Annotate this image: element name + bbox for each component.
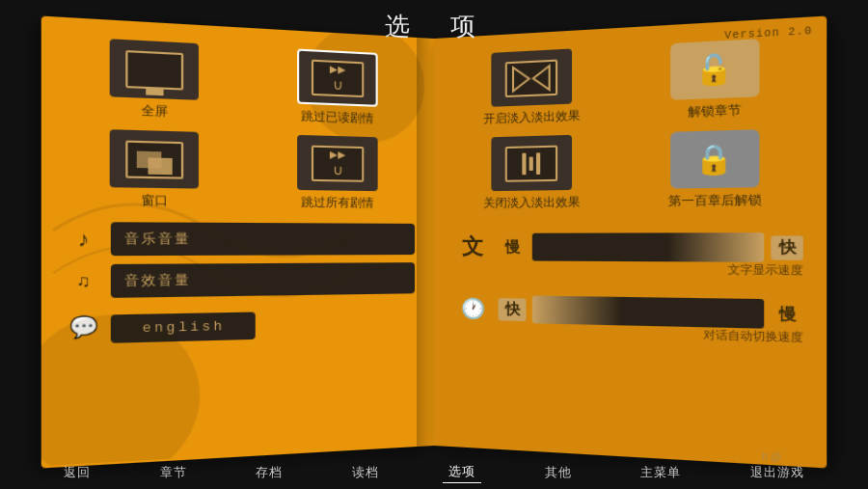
unlock-locked-label: 第一百章后解锁 [667,192,761,210]
option-fade-out[interactable]: 关闭淡入淡出效果 [453,134,611,212]
skip-all-label: 跳过所有剧情 [301,194,373,211]
sfx-icon: ♫ [65,264,101,299]
skip-read-label: 跳过已读剧情 [301,108,373,127]
right-options-grid: 开启淡入淡出效果 🔓 解锁章节 关闭淡入淡出效果 [453,37,803,212]
speed-section: 文 慢 快 文字显示速度 🕐 快 慢 对话自动切换速度 [453,226,803,345]
bottom-nav: 返回 章节 存档 读档 选项 其他 主菜单 退出游戏 [0,461,868,483]
fullscreen-label: 全屏 [141,102,168,121]
fullscreen-icon-box[interactable] [109,39,198,100]
option-unlock-locked: 🔒 第一百章后解锁 [629,128,803,210]
window-label: 窗口 [141,192,168,210]
window-icon [125,140,183,178]
unlock-icon: 🔓 [694,52,733,88]
text-speed-slow-label: 慢 [499,237,527,256]
music-label: 音乐音量 [124,230,191,249]
nav-save[interactable]: 存档 [250,462,288,483]
fade-out-icon-box[interactable] [491,135,572,191]
skip-all-curve: ∪ [333,162,342,178]
bowtie-icon [504,59,556,96]
dialog-speed-icon: 🕐 [453,288,492,328]
unlock-chapter-box[interactable]: 🔓 [670,39,759,100]
text-speed-icon: 文 [453,228,492,267]
text-speed-desc: 文字显示速度 [453,260,803,278]
fold-shadow [417,38,434,447]
dialog-speed-fast-label: 快 [499,298,527,321]
nav-other[interactable]: 其他 [539,462,578,483]
fade-out-label: 关闭淡入淡出效果 [483,194,580,212]
nav-chapter[interactable]: 章节 [154,462,193,483]
text-speed-fast-label: 快 [771,235,803,259]
nav-load[interactable]: 读档 [346,462,385,483]
fade-in-label: 开启淡入淡出效果 [483,107,580,127]
monitor-icon [125,49,183,90]
skip-all-arrow: ▶▶ [329,149,345,160]
page-title: 选 项 [0,10,868,43]
skip-read-icon-box[interactable]: ▶▶ ∪ [297,48,378,106]
sfx-slider[interactable]: 音效音量 [111,262,415,298]
option-unlock-chapter[interactable]: 🔓 解锁章节 [629,37,803,123]
window-icon-box[interactable] [109,129,198,188]
skip-arrow-icon: ▶▶ [329,64,345,74]
text-speed-slider[interactable] [532,232,764,262]
left-options-grid: 全屏 ▶▶ ∪ 跳过已读剧情 窗口 [65,37,415,212]
sfx-slider-row: ♫ 音效音量 [65,262,415,298]
skip-all-icon-box[interactable]: ▶▶ ∪ [297,135,378,191]
fade-out-icon [504,145,556,181]
nav-main-menu[interactable]: 主菜单 [635,462,687,483]
option-skip-read[interactable]: ▶▶ ∪ 跳过已读剧情 [257,46,415,128]
music-icon: ♪ [65,222,101,256]
language-icon: 💬 [65,309,101,343]
option-fullscreen[interactable]: 全屏 [65,37,239,123]
unlock-chapter-label: 解锁章节 [688,101,741,121]
dialog-icon-char: 🕐 [460,296,484,320]
dialog-speed-section: 🕐 快 慢 对话自动切换速度 [453,288,803,345]
fade-bar-3 [535,152,539,175]
right-page: Version 2.0 开启淡入淡出效果 🔓 [434,16,827,469]
skip-curve-icon: ∪ [333,76,342,93]
sfx-label: 音效音量 [124,271,191,290]
fade-bar-2 [529,156,532,170]
dialog-speed-slider[interactable] [532,296,764,329]
book-container: 全屏 ▶▶ ∪ 跳过已读剧情 窗口 [77,39,791,446]
sliders-section: ♪ 音乐音量 ♫ 音效音量 [65,222,415,299]
language-section: 💬 english [65,303,415,344]
unlock-locked-box: 🔒 [670,129,759,188]
svg-marker-2 [512,67,529,91]
lock-icon: 🔒 [694,142,733,177]
fade-bar-1 [522,152,526,175]
nav-quit[interactable]: 退出游戏 [745,462,810,483]
text-icon-char: 文 [462,232,483,261]
option-skip-all[interactable]: ▶▶ ∪ 跳过所有剧情 [257,134,415,212]
svg-marker-3 [532,66,549,90]
left-page: 全屏 ▶▶ ∪ 跳过已读剧情 窗口 [41,16,434,469]
nav-back[interactable]: 返回 [58,462,96,483]
dialog-speed-slow-label: 慢 [771,304,803,325]
fade-in-icon-box[interactable] [491,48,572,106]
skip-all-icon: ▶▶ ∪ [311,145,363,181]
option-window[interactable]: 窗口 [65,128,239,210]
nav-options[interactable]: 选项 [443,461,481,483]
skip-read-icon: ▶▶ ∪ [311,59,363,96]
text-speed-section: 文 慢 快 文字显示速度 [453,226,803,278]
language-button[interactable]: english [111,312,255,342]
option-fade-in[interactable]: 开启淡入淡出效果 [453,46,611,128]
music-slider-row: ♪ 音乐音量 [65,222,415,256]
music-slider[interactable]: 音乐音量 [111,222,415,256]
